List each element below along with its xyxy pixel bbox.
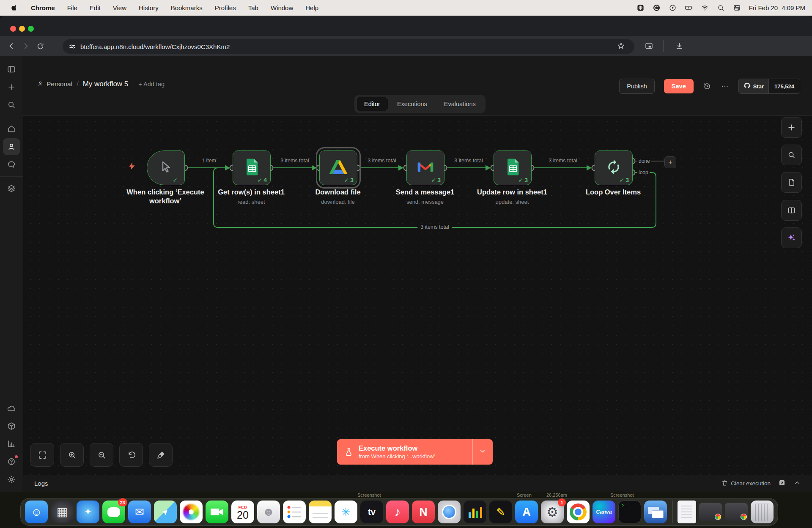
menu-item-bookmarks[interactable]: Bookmarks	[171, 4, 203, 11]
zoom-to-fit-button[interactable]	[30, 443, 54, 467]
zoom-window-button[interactable]	[28, 26, 34, 32]
sidebar-gear-button[interactable]	[3, 471, 20, 488]
dock-settings-icon[interactable]: ⚙1	[541, 501, 564, 523]
flower-widget-icon[interactable]	[636, 4, 645, 12]
sidebar-cloud-button[interactable]	[3, 400, 20, 417]
dock-news-icon[interactable]: N	[412, 501, 435, 523]
add-node-button[interactable]: +	[664, 156, 676, 168]
menu-item-view[interactable]: View	[113, 4, 126, 11]
dock-chrome-icon[interactable]	[567, 501, 590, 523]
dock-stocks-icon[interactable]	[464, 501, 486, 523]
logs-title[interactable]: Logs	[34, 480, 48, 487]
dock-photo-booth-icon[interactable]	[438, 501, 461, 523]
dock-freeform-icon[interactable]: ✳	[335, 501, 357, 523]
tab-editor[interactable]: Editor	[356, 97, 388, 111]
dock-calendar-icon[interactable]: FEB20	[231, 501, 254, 523]
dock-messages-icon[interactable]: 23	[102, 501, 125, 523]
pop-out-icon[interactable]	[778, 479, 786, 488]
add-tag-button[interactable]: + Add tag	[138, 81, 165, 88]
dock-facetime-icon[interactable]	[206, 501, 228, 523]
reload-icon[interactable]	[33, 39, 47, 53]
downloads-icon[interactable]	[675, 41, 684, 52]
dock-safari-icon[interactable]: ✦	[77, 501, 99, 523]
dock-document-icon[interactable]	[678, 501, 696, 523]
project-breadcrumb[interactable]: Personal	[37, 80, 72, 88]
node-update-row-in-sheet1[interactable]: ✓3	[494, 150, 532, 185]
menu-item-help[interactable]: Help	[305, 4, 318, 11]
tab-executions[interactable]: Executions	[389, 97, 435, 111]
sidebar-help-button[interactable]	[3, 453, 20, 470]
apple-menu-icon[interactable]	[11, 3, 19, 12]
sidebar-search-button[interactable]	[3, 96, 20, 113]
ai-assistant-button[interactable]	[781, 227, 802, 248]
workflow-canvas[interactable]: ✓ ✓4 ✓3 ✓3 ✓3 ✓3	[23, 115, 812, 475]
sidebar-plus-button[interactable]	[3, 79, 20, 96]
node-download-file[interactable]: ✓3	[319, 150, 357, 185]
bookmark-star-icon[interactable]	[617, 41, 625, 52]
dock-music-icon[interactable]: ♪	[386, 501, 409, 523]
github-star-widget[interactable]: Star 175,524	[738, 79, 800, 94]
dock-trash-icon[interactable]	[751, 501, 774, 523]
sticky-note-button[interactable]	[781, 172, 802, 193]
dock-app-store-icon[interactable]: A	[515, 501, 538, 523]
dock-canva-icon[interactable]: Canva	[593, 501, 615, 523]
dock-window-thumb-icon[interactable]	[699, 503, 722, 521]
address-bar[interactable]: bteffera.app.n8n.cloud/workflow/Cxjhzovs…	[63, 39, 634, 54]
menu-app-name[interactable]: Chrome	[31, 4, 55, 11]
menu-item-tab[interactable]: Tab	[248, 4, 258, 11]
sidebar-chat-button[interactable]	[3, 156, 20, 173]
sidebar-chart-button[interactable]	[3, 435, 20, 452]
dock-preview-pencil-icon[interactable]: ✎	[489, 501, 512, 523]
now-playing-icon[interactable]	[669, 4, 677, 12]
dock-screen-sharing-icon[interactable]	[644, 501, 667, 523]
back-icon[interactable]	[4, 39, 19, 53]
dock-maps-icon[interactable]: ➤	[154, 501, 177, 523]
save-button[interactable]: Save	[664, 79, 694, 93]
menu-item-edit[interactable]: Edit	[90, 4, 101, 11]
node-loop-over-items[interactable]: ✓3	[595, 150, 633, 185]
sidebar-panel-left-button[interactable]	[3, 61, 20, 78]
workflow-title[interactable]: My workflow 5	[83, 80, 129, 88]
menu-item-history[interactable]: History	[139, 4, 159, 11]
execute-workflow-button[interactable]: Execute workflow from When clicking ‘...…	[337, 439, 493, 465]
clear-execution-button[interactable]: Clear execution	[721, 479, 771, 488]
node-get-rows-in-sheet1[interactable]: ✓4	[233, 150, 271, 185]
tab-evaluations[interactable]: Evaluations	[436, 97, 484, 111]
sidebar-home-button[interactable]	[3, 120, 20, 137]
dock-terminal-icon[interactable]: >_	[618, 501, 641, 523]
sidebar-package-button[interactable]	[3, 418, 20, 435]
undo-button[interactable]	[119, 443, 143, 467]
zoom-out-button[interactable]	[90, 443, 113, 467]
canvas-search-button[interactable]	[781, 145, 802, 165]
sidebar-personal-project-button[interactable]	[3, 138, 20, 155]
dock-notes-icon[interactable]	[309, 501, 332, 523]
site-settings-icon[interactable]	[69, 43, 76, 50]
add-node-panel-button[interactable]	[781, 117, 802, 138]
node-send-a-message1[interactable]: ✓3	[406, 150, 444, 185]
spotlight-icon[interactable]	[717, 4, 725, 12]
dock-window-thumb-icon[interactable]	[725, 503, 748, 521]
menu-item-file[interactable]: File	[67, 4, 77, 11]
split-panel-button[interactable]	[781, 200, 802, 221]
tidy-up-button[interactable]	[149, 443, 173, 467]
more-options-icon[interactable]	[721, 82, 729, 90]
battery-charging-icon[interactable]	[685, 4, 693, 12]
menu-clock[interactable]: Fri Feb 20 4:09 PM	[749, 4, 805, 11]
tab-search-icon[interactable]	[645, 41, 653, 52]
dock-mail-icon[interactable]: ✉	[128, 501, 151, 523]
claude-icon[interactable]	[653, 4, 661, 12]
menu-item-window[interactable]: Window	[271, 4, 293, 11]
dock-finder-icon[interactable]: ☺	[25, 501, 48, 523]
wifi-icon[interactable]	[701, 4, 709, 12]
execute-options-chevron-icon[interactable]	[477, 447, 488, 455]
forward-icon[interactable]	[19, 39, 33, 53]
dock-launchpad-icon[interactable]: ▦	[51, 501, 74, 523]
dock-reminders-icon[interactable]	[283, 501, 306, 523]
node-when-clicking-execute-workflow[interactable]: ✓	[147, 150, 185, 185]
minimize-window-button[interactable]	[19, 26, 25, 32]
dock-contacts-icon[interactable]: ☻	[257, 501, 280, 523]
publish-button[interactable]: Publish	[619, 79, 655, 94]
zoom-in-button[interactable]	[60, 443, 84, 467]
sidebar-layers-button[interactable]	[3, 180, 20, 197]
dock-photos-icon[interactable]	[180, 501, 203, 523]
